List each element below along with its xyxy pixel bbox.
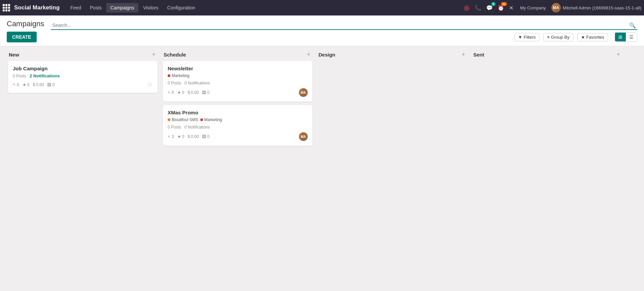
card-images: 🖼 0	[47, 82, 55, 87]
tag-bioutifoul-sms: Bioutifoul SMS	[168, 117, 198, 122]
topnav-menu: Feed Posts Campaigns Visitors Configurat…	[66, 3, 461, 12]
tag-label: Marketing	[204, 117, 222, 122]
star-metric-icon: ★	[177, 134, 181, 139]
card-stats: 0 Posts0 Notifications	[168, 125, 308, 130]
card-stats: 0 Posts0 Notifications	[168, 81, 308, 85]
col-add-design[interactable]: +	[460, 51, 467, 58]
app-brand: Social Marketing	[14, 4, 60, 11]
card-metrics: ↖ 0 ★ 0 $0.00 🖼 0	[168, 90, 209, 95]
card-footer: ↖ 0 ★ 0 $0.00 🖼 0 ☺	[13, 81, 153, 88]
user-avatar: MA	[551, 3, 561, 12]
cursor-icon: ↖	[13, 82, 16, 87]
tag-marketing: Marketing	[168, 73, 190, 78]
kanban-view-button[interactable]: ⊞	[615, 33, 626, 41]
view-toggle: ⊞ ☰	[615, 32, 637, 42]
card-tags: Bioutifoul SMS Marketing	[168, 117, 308, 122]
card-metrics: ↖ 0 ★ 0 $0.00 🖼 0	[13, 82, 55, 87]
tag-label: Bioutifoul SMS	[172, 117, 198, 122]
dollar-icon: $	[188, 90, 190, 95]
filters-button[interactable]: ▼ Filters	[514, 33, 539, 41]
image-icon: 🖼	[202, 90, 206, 95]
create-button[interactable]: CREATE	[7, 32, 37, 42]
card-notifications: 0 Notifications	[184, 81, 210, 85]
nav-feed[interactable]: Feed	[66, 3, 85, 12]
card-footer: ↖ 3 ★ 0 $0.00 🖼 0 MA	[168, 132, 308, 141]
col-title-design: Design	[318, 52, 335, 58]
search-icon[interactable]: 🔍	[629, 22, 636, 29]
card-metrics: ↖ 3 ★ 0 $0.00 🖼 0	[168, 134, 209, 139]
card-notifications-link[interactable]: 2 Notifications	[30, 73, 60, 78]
star-icon: ★	[581, 35, 585, 40]
col-title-sent: Sent	[473, 52, 484, 58]
kanban-card-job-campaign[interactable]: Job Campaign 0 Posts2 Notifications ↖ 0 …	[8, 61, 158, 93]
tag-marketing: Marketing	[200, 117, 222, 122]
card-posts: 0 Posts	[168, 81, 181, 85]
kanban-card-xmas-promo[interactable]: XMas Promo Bioutifoul SMS Marketing 0 Po…	[163, 105, 312, 146]
card-stats: 0 Posts2 Notifications	[13, 73, 153, 78]
card-avatar: MA	[299, 132, 308, 141]
card-favorites: ★ 0	[177, 134, 184, 139]
kanban-col-sent: Sent +	[470, 51, 625, 288]
groupby-button[interactable]: ≡ Group By	[543, 33, 573, 41]
dollar-icon: $	[188, 134, 190, 139]
card-posts: 0 Posts	[168, 125, 181, 130]
card-title: Newsletter	[168, 66, 308, 71]
cursor-icon: ↖	[168, 135, 171, 139]
company-selector[interactable]: My Company	[517, 5, 549, 10]
card-clicks: ↖ 0	[13, 82, 19, 87]
kanban-col-schedule: Schedule + Newsletter Marketing 0 Posts0…	[160, 51, 315, 288]
smiley-icon: ☺	[147, 81, 153, 88]
card-tags: Marketing	[168, 73, 308, 78]
favorites-label: Favorites	[586, 35, 604, 40]
card-clicks: ↖ 3	[168, 134, 174, 139]
chat-badge: 5	[491, 2, 496, 6]
kanban-board: New + Job Campaign 0 Posts2 Notification…	[0, 46, 644, 291]
settings-icon[interactable]: ✕	[508, 3, 515, 12]
search-bar: 🔍	[51, 22, 637, 30]
filter-icon: ▼	[518, 35, 522, 40]
card-notifications: 0 Notifications	[184, 125, 210, 130]
topnav-icons: 🐞 📞 💬5 ⏰31 ✕ My Company MA Mitchell Admi…	[462, 3, 641, 12]
tag-dot	[200, 118, 203, 121]
card-favorites: ★ 0	[23, 82, 30, 87]
card-avatar: MA	[299, 88, 308, 97]
col-add-new[interactable]: +	[150, 51, 157, 58]
image-icon: 🖼	[202, 134, 206, 139]
page-title: Campaigns	[7, 20, 44, 28]
chat-icon[interactable]: 💬5	[485, 3, 494, 12]
tag-dot	[168, 74, 170, 77]
card-clicks: ↖ 0	[168, 90, 174, 95]
kanban-col-new: New + Job Campaign 0 Posts2 Notification…	[5, 51, 160, 288]
favorites-button[interactable]: ★ Favorites	[577, 33, 608, 41]
dollar-icon: $	[33, 82, 35, 87]
card-title: Job Campaign	[13, 66, 153, 71]
nav-campaigns[interactable]: Campaigns	[106, 3, 138, 12]
nav-visitors[interactable]: Visitors	[139, 3, 163, 12]
card-images: 🖼 0	[202, 90, 209, 95]
cursor-icon: ↖	[168, 90, 171, 95]
list-view-button[interactable]: ☰	[626, 33, 637, 41]
groupby-label: Group By	[551, 35, 570, 40]
col-title-new: New	[9, 52, 19, 58]
card-posts: 0 Posts	[13, 74, 26, 78]
kanban-card-newsletter[interactable]: Newsletter Marketing 0 Posts0 Notificati…	[163, 61, 312, 102]
col-add-sent[interactable]: +	[615, 51, 621, 58]
card-title: XMas Promo	[168, 110, 308, 115]
card-footer: ↖ 0 ★ 0 $0.00 🖼 0 MA	[168, 88, 308, 97]
activity-icon[interactable]: ⏰31	[496, 3, 506, 12]
nav-posts[interactable]: Posts	[86, 3, 106, 12]
page-actions: CREATE ▼ Filters ≡ Group By ★ Favorites …	[7, 32, 637, 46]
kanban-col-design: Design +	[315, 51, 470, 288]
image-icon: 🖼	[47, 82, 51, 87]
page-header: Campaigns 🔍 CREATE ▼ Filters ≡ Group By …	[0, 15, 644, 46]
tag-label: Marketing	[172, 73, 190, 78]
col-add-schedule[interactable]: +	[305, 51, 312, 58]
phone-icon[interactable]: 📞	[473, 3, 483, 12]
search-input[interactable]	[52, 23, 629, 28]
apps-grid-icon[interactable]	[3, 4, 10, 11]
card-revenue: $0.00	[33, 82, 44, 87]
bug-icon[interactable]: 🐞	[462, 3, 471, 12]
user-menu[interactable]: MA Mitchell Admin (16699815-saas-15-1-al…	[551, 3, 641, 12]
activity-badge: 31	[501, 2, 507, 6]
nav-configuration[interactable]: Configuration	[163, 3, 199, 12]
